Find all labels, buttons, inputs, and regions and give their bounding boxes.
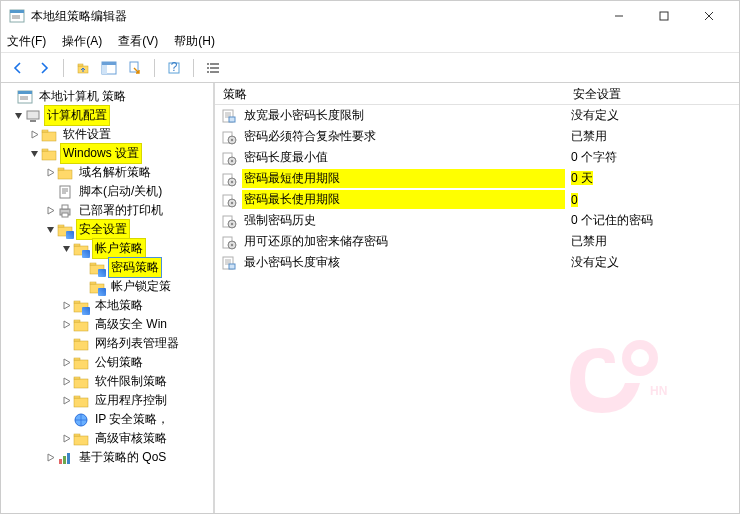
svg-rect-29: [42, 130, 48, 132]
tree-dns-policy[interactable]: 域名解析策略: [1, 163, 213, 182]
svg-rect-53: [74, 358, 80, 360]
content-pane: 策略 安全设置 放宽最小密码长度限制没有定义密码必须符合复杂性要求已禁用密码长度…: [215, 83, 739, 513]
printer-icon: [57, 203, 73, 219]
tree-label: 脚本(启动/关机): [77, 182, 164, 201]
policy-row[interactable]: 最小密码长度审核没有定义: [215, 252, 739, 273]
expand-icon[interactable]: [59, 377, 73, 386]
expand-icon[interactable]: [59, 320, 73, 329]
ipsec-icon: [73, 412, 89, 428]
tree-software-restriction[interactable]: 软件限制策略: [1, 372, 213, 391]
tree-scripts[interactable]: ▶ 脚本(启动/关机): [1, 182, 213, 201]
tree-windows-settings[interactable]: Windows 设置: [1, 144, 213, 163]
tree-deployed-printers[interactable]: 已部署的打印机: [1, 201, 213, 220]
tree-root[interactable]: ▶ 本地计算机 策略: [1, 87, 213, 106]
column-header-policy[interactable]: 策略: [215, 83, 565, 104]
tree-local-policies[interactable]: 本地策略: [1, 296, 213, 315]
tree-advanced-firewall[interactable]: 高级安全 Win: [1, 315, 213, 334]
svg-rect-59: [74, 436, 88, 445]
svg-rect-46: [74, 303, 88, 312]
tree-security-settings[interactable]: 安全设置: [1, 220, 213, 239]
policy-item-icon: [221, 234, 237, 250]
show-hide-tree-button[interactable]: [98, 57, 120, 79]
tree-computer-config[interactable]: 计算机配置: [1, 106, 213, 125]
menu-action[interactable]: 操作(A): [62, 33, 102, 50]
toolbar: ?: [1, 53, 739, 83]
tree-ip-security[interactable]: ▶ IP 安全策略，: [1, 410, 213, 429]
svg-point-83: [231, 222, 233, 224]
folder-icon: [73, 336, 89, 352]
expand-icon[interactable]: [43, 453, 57, 462]
expand-icon[interactable]: [27, 130, 41, 139]
back-button[interactable]: [7, 57, 29, 79]
tree-label: 安全设置: [77, 220, 129, 239]
policy-row[interactable]: 密码最长使用期限0: [215, 189, 739, 210]
policy-row[interactable]: 密码必须符合复杂性要求已禁用: [215, 126, 739, 147]
svg-rect-32: [58, 170, 72, 179]
expand-icon[interactable]: [59, 396, 73, 405]
expand-icon[interactable]: [59, 244, 73, 253]
policy-name: 密码最短使用期限: [242, 169, 565, 188]
details-view-button[interactable]: [202, 57, 224, 79]
menu-view[interactable]: 查看(V): [118, 33, 158, 50]
expand-icon[interactable]: [43, 168, 57, 177]
security-folder-icon: [57, 222, 73, 238]
svg-rect-60: [74, 434, 80, 436]
policy-row[interactable]: 用可还原的加密来储存密码已禁用: [215, 231, 739, 252]
tree-pane[interactable]: ▶ 本地计算机 策略 计算机配置 软件设置 Windows 设置 域名解析策略 …: [1, 83, 215, 513]
policy-row[interactable]: 密码最短使用期限0 天: [215, 168, 739, 189]
policy-row[interactable]: 密码长度最小值0 个字符: [215, 147, 739, 168]
tree-app-control[interactable]: 应用程序控制: [1, 391, 213, 410]
expand-icon[interactable]: [27, 149, 41, 158]
svg-rect-12: [102, 65, 107, 74]
policy-root-icon: [17, 89, 33, 105]
folder-icon: [41, 146, 57, 162]
expand-icon[interactable]: [11, 111, 25, 120]
expand-icon[interactable]: [43, 225, 57, 234]
menubar: 文件(F) 操作(A) 查看(V) 帮助(H): [1, 31, 739, 53]
policy-setting: 0 个字符: [565, 148, 739, 167]
policy-row[interactable]: 放宽最小密码长度限制没有定义: [215, 105, 739, 126]
column-header-setting[interactable]: 安全设置: [565, 83, 739, 104]
svg-rect-28: [42, 132, 56, 141]
tree-qos[interactable]: 基于策略的 QoS: [1, 448, 213, 467]
svg-rect-49: [74, 320, 80, 322]
tree-root-label: 本地计算机 策略: [37, 87, 128, 106]
tree-advanced-audit[interactable]: 高级审核策略: [1, 429, 213, 448]
expand-icon[interactable]: [43, 206, 57, 215]
policy-row[interactable]: 强制密码历史0 个记住的密码: [215, 210, 739, 231]
expand-icon[interactable]: [59, 358, 73, 367]
tree-network-list[interactable]: ▶ 网络列表管理器: [1, 334, 213, 353]
svg-rect-68: [229, 117, 235, 122]
menu-help[interactable]: 帮助(H): [174, 33, 215, 50]
export-button[interactable]: [124, 57, 146, 79]
tree-label: 本地策略: [93, 296, 145, 315]
svg-rect-63: [67, 453, 70, 464]
expand-icon[interactable]: [59, 434, 73, 443]
tree-label: 基于策略的 QoS: [77, 448, 168, 467]
tree-label: 高级审核策略: [93, 429, 169, 448]
list-body[interactable]: 放宽最小密码长度限制没有定义密码必须符合复杂性要求已禁用密码长度最小值0 个字符…: [215, 105, 739, 513]
help-button[interactable]: ?: [163, 57, 185, 79]
policy-setting: 0: [565, 192, 739, 208]
tree-public-key[interactable]: 公钥策略: [1, 353, 213, 372]
close-button[interactable]: [686, 2, 731, 30]
svg-rect-47: [74, 301, 80, 303]
policy-setting: 0 个记住的密码: [565, 211, 739, 230]
tree-label: IP 安全策略，: [93, 410, 171, 429]
up-button[interactable]: [72, 57, 94, 79]
svg-rect-36: [62, 205, 68, 209]
svg-rect-20: [207, 71, 209, 73]
tree-software-settings[interactable]: 软件设置: [1, 125, 213, 144]
policy-item-icon: [221, 108, 237, 124]
folder-icon: [73, 355, 89, 371]
minimize-button[interactable]: [596, 2, 641, 30]
folder-icon: [73, 317, 89, 333]
forward-button[interactable]: [33, 57, 55, 79]
svg-rect-1: [10, 10, 24, 13]
expand-icon[interactable]: [59, 301, 73, 310]
maximize-button[interactable]: [641, 2, 686, 30]
menu-file[interactable]: 文件(F): [7, 33, 46, 50]
tree-account-policies[interactable]: 帐户策略: [1, 239, 213, 258]
tree-password-policy[interactable]: ▶ 密码策略: [1, 258, 213, 277]
tree-account-lockout[interactable]: ▶ 帐户锁定策: [1, 277, 213, 296]
